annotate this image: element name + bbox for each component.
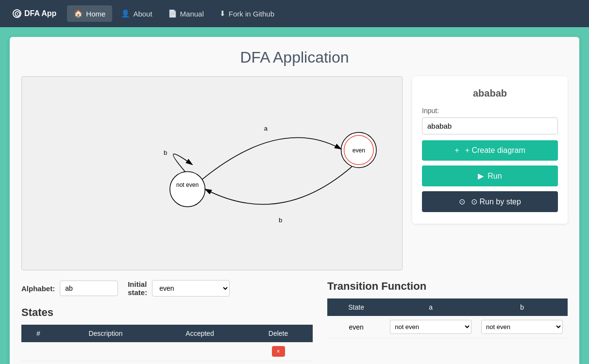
- dfa-diagram: not even even a b b: [22, 77, 402, 270]
- tf-a-cell: not even even: [385, 316, 476, 338]
- tf-b-cell: not even even: [476, 316, 568, 338]
- col-delete: Delete: [244, 325, 313, 342]
- col-accepted: Accepted: [156, 325, 244, 342]
- tf-body: even not even even not even even: [327, 316, 568, 338]
- tf-col-b: b: [476, 298, 568, 316]
- tf-title: Transition Function: [327, 280, 568, 293]
- tf-state-cell: even: [327, 316, 385, 338]
- tf-b-select[interactable]: not even even: [481, 320, 563, 334]
- states-body: ×: [21, 342, 313, 361]
- svg-text:b: b: [279, 216, 282, 224]
- states-header-row: # Description Accepted Delete: [21, 325, 313, 342]
- col-description: Description: [55, 325, 156, 342]
- run-button[interactable]: ▶ Run: [422, 165, 558, 186]
- main-wrapper: DFA Application not even even a: [0, 27, 589, 364]
- nav-home[interactable]: 🏠 Home: [67, 5, 112, 22]
- table-row: even not even even not even even: [327, 316, 568, 338]
- transition-function-section: Transition Function State a b even: [327, 280, 568, 338]
- play-icon: ▶: [478, 171, 484, 181]
- user-icon: 👤: [121, 9, 130, 18]
- dfa-canvas: not even even a b b: [21, 76, 403, 270]
- states-table: # Description Accepted Delete ×: [21, 325, 313, 361]
- initial-state-select[interactable]: even not even: [152, 280, 230, 297]
- alphabet-label: Alphabet:: [21, 284, 55, 293]
- svg-text:even: even: [353, 147, 365, 154]
- dfa-input[interactable]: [422, 117, 558, 134]
- form-row: Alphabet: Initialstate: even not even: [21, 280, 313, 297]
- home-icon: 🏠: [74, 9, 83, 18]
- step-icon: ⊙: [459, 197, 465, 206]
- navbar: ⊙ DFA App 🏠 Home 👤 About 📄 Manual ⬇ Fork…: [0, 0, 589, 27]
- input-label: Input:: [422, 107, 558, 115]
- create-diagram-button[interactable]: + + Create diagram: [422, 140, 558, 161]
- delete-button[interactable]: ×: [272, 346, 285, 357]
- initial-state-label: Initialstate:: [128, 280, 147, 297]
- create-icon: +: [454, 146, 459, 155]
- states-title: States: [21, 306, 313, 319]
- nav-about[interactable]: 👤 About: [114, 5, 159, 22]
- run-by-step-button[interactable]: ⊙ ⊙ Run by step: [422, 191, 558, 212]
- tf-header-row: State a b: [327, 298, 568, 316]
- panel-title: ababab: [422, 88, 558, 99]
- two-col-layout: not even even a b b: [21, 76, 568, 270]
- svg-text:not even: not even: [176, 182, 199, 188]
- tf-col-a: a: [385, 298, 476, 316]
- table-row: ×: [21, 342, 313, 361]
- svg-text:a: a: [264, 125, 268, 132]
- bottom-section: Alphabet: Initialstate: even not even St…: [21, 280, 568, 361]
- nav-brand[interactable]: ⊙ DFA App: [6, 5, 63, 22]
- col-num: #: [21, 325, 55, 342]
- nav-manual[interactable]: 📄 Manual: [161, 5, 211, 22]
- initial-state-group: Initialstate: even not even: [128, 280, 230, 297]
- download-icon: ⬇: [219, 9, 226, 18]
- alphabet-input[interactable]: [60, 281, 118, 296]
- content-card: DFA Application not even even a: [10, 37, 579, 364]
- alphabet-group: Alphabet:: [21, 281, 118, 296]
- page-title: DFA Application: [21, 49, 568, 66]
- svg-point-0: [170, 171, 205, 207]
- tf-col-state: State: [327, 298, 385, 316]
- svg-text:b: b: [164, 149, 167, 156]
- tf-table: State a b even not even even: [327, 298, 568, 338]
- brand-icon: ⊙: [13, 9, 21, 18]
- file-icon: 📄: [168, 9, 177, 18]
- nav-fork[interactable]: ⬇ Fork in Github: [213, 5, 281, 22]
- left-controls: Alphabet: Initialstate: even not even St…: [21, 280, 313, 361]
- brand-label: DFA App: [24, 9, 56, 18]
- tf-a-select[interactable]: not even even: [390, 320, 471, 334]
- right-panel: ababab Input: + + Create diagram ▶ Run ⊙…: [412, 76, 568, 224]
